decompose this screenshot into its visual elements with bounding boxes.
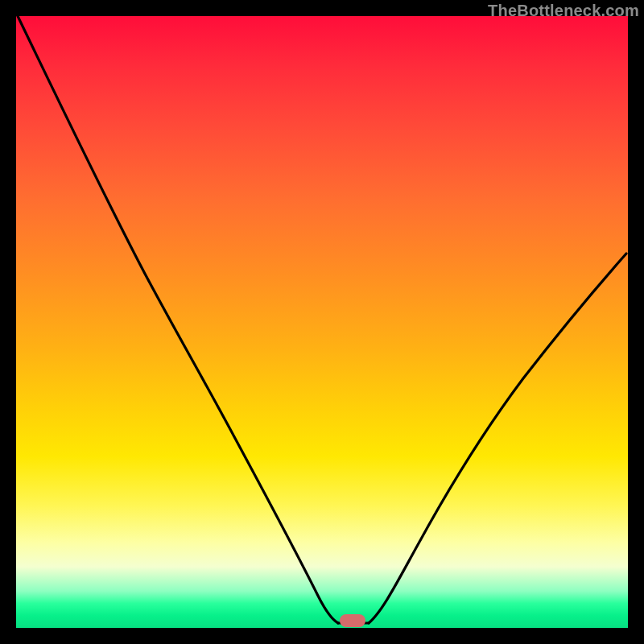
chart-frame: TheBottleneck.com: [0, 0, 644, 644]
plot-area: [16, 16, 628, 628]
bottleneck-marker: [340, 614, 365, 627]
bottleneck-curve: [16, 16, 628, 628]
watermark-text: TheBottleneck.com: [488, 2, 639, 20]
